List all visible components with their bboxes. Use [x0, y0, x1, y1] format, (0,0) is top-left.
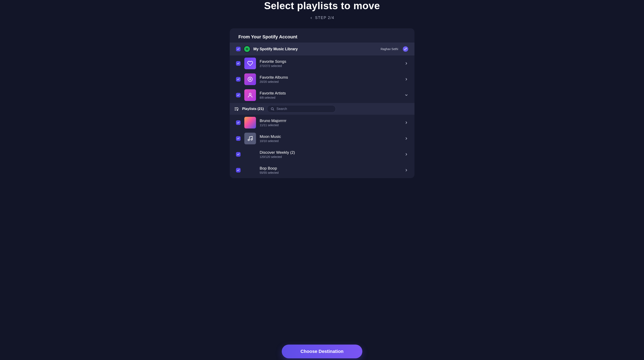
- favorite-title: Favorite Albums: [260, 75, 401, 80]
- playlist-thumb: [244, 133, 256, 144]
- card-subtitle: From Your Spotify Account: [230, 28, 414, 43]
- swap-icon: [404, 48, 407, 51]
- source-card: From Your Spotify Account My Spotify Mus…: [230, 28, 414, 178]
- chevron-right-icon: [404, 137, 408, 140]
- heart-icon: [247, 61, 253, 66]
- row-checkbox[interactable]: [236, 61, 240, 66]
- favorite-sub: 272/272 selected: [260, 64, 401, 68]
- playlist-thumb: [244, 148, 256, 160]
- chevron-right-icon: [404, 121, 408, 124]
- playlist-thumb: [244, 117, 256, 128]
- search-icon: [270, 107, 274, 111]
- library-row[interactable]: My Spotify Music Library Raghav Sethi: [230, 43, 414, 56]
- playlist-sub: 120/120 selected: [260, 155, 401, 158]
- row-checkbox[interactable]: [236, 77, 240, 82]
- favorite-row[interactable]: Favorite Artists 8/8 selected: [230, 87, 414, 103]
- favorite-row[interactable]: Favorite Albums 20/20 selected: [230, 71, 414, 87]
- svg-line-8: [273, 109, 274, 110]
- svg-point-2: [249, 93, 251, 95]
- favorite-sub: 8/8 selected: [260, 96, 401, 99]
- svg-point-0: [248, 77, 252, 82]
- playlist-sub: 11/11 selected: [260, 123, 401, 127]
- playlists-icon: [234, 106, 239, 111]
- row-checkbox[interactable]: [236, 120, 240, 125]
- favorite-thumb: [244, 73, 256, 85]
- row-checkbox[interactable]: [236, 152, 240, 157]
- chevron-right-icon: [404, 77, 408, 81]
- row-checkbox[interactable]: [236, 136, 240, 141]
- spotify-badge: [244, 46, 250, 53]
- svg-point-1: [249, 79, 251, 80]
- playlist-row[interactable]: Moon Music 10/10 selected: [230, 131, 414, 146]
- playlists-count-label: Playlists (21): [242, 107, 264, 111]
- music-icon: [247, 136, 253, 141]
- choose-destination-button[interactable]: Choose Destination: [282, 344, 362, 358]
- favorite-title: Favorite Artists: [260, 91, 401, 96]
- playlist-sub: 55/55 selected: [260, 171, 401, 174]
- playlist-row[interactable]: Discover Weekly (2) 120/120 selected: [230, 146, 414, 162]
- playlist-title: Moon Music: [260, 134, 401, 139]
- playlist-row[interactable]: Bruno Majorrrrr 11/11 selected: [230, 115, 414, 131]
- playlist-sub: 10/10 selected: [260, 139, 401, 143]
- playlist-title: Bruno Majorrrrr: [260, 118, 401, 123]
- page-title: Select playlists to move: [264, 0, 380, 12]
- search-field[interactable]: [267, 105, 336, 113]
- chevron-right-icon: [404, 168, 408, 172]
- favorite-thumb: [244, 58, 256, 69]
- playlist-title: Discover Weekly (2): [260, 150, 401, 155]
- step-label: STEP 2/4: [315, 16, 334, 20]
- person-icon: [247, 92, 253, 98]
- library-checkbox[interactable]: [236, 47, 240, 51]
- chevron-right-icon: [404, 152, 408, 156]
- search-input[interactable]: [276, 107, 332, 111]
- playlist-title: Bop Boop: [260, 166, 401, 171]
- chevron-left-icon: [310, 17, 313, 19]
- svg-point-10: [251, 139, 252, 140]
- playlist-row[interactable]: Bop Boop 55/55 selected: [230, 162, 414, 178]
- favorite-title: Favorite Songs: [260, 59, 401, 64]
- step-back[interactable]: STEP 2/4: [310, 16, 334, 20]
- chevron-right-icon: [404, 62, 408, 65]
- favorite-sub: 20/20 selected: [260, 80, 401, 83]
- favorite-row[interactable]: Favorite Songs 272/272 selected: [230, 56, 414, 71]
- disc-icon: [247, 76, 253, 82]
- playlists-bar: Playlists (21): [230, 103, 414, 115]
- chevron-down-icon: [404, 93, 408, 97]
- playlist-thumb: [244, 164, 256, 176]
- favorite-thumb: [244, 89, 256, 101]
- library-name: My Spotify Music Library: [254, 47, 378, 51]
- row-checkbox[interactable]: [236, 93, 240, 97]
- row-checkbox[interactable]: [236, 168, 240, 172]
- svg-point-9: [248, 139, 249, 141]
- library-user: Raghav Sethi: [380, 47, 398, 51]
- spotify-icon: [245, 47, 249, 51]
- swap-account-button[interactable]: [403, 46, 408, 52]
